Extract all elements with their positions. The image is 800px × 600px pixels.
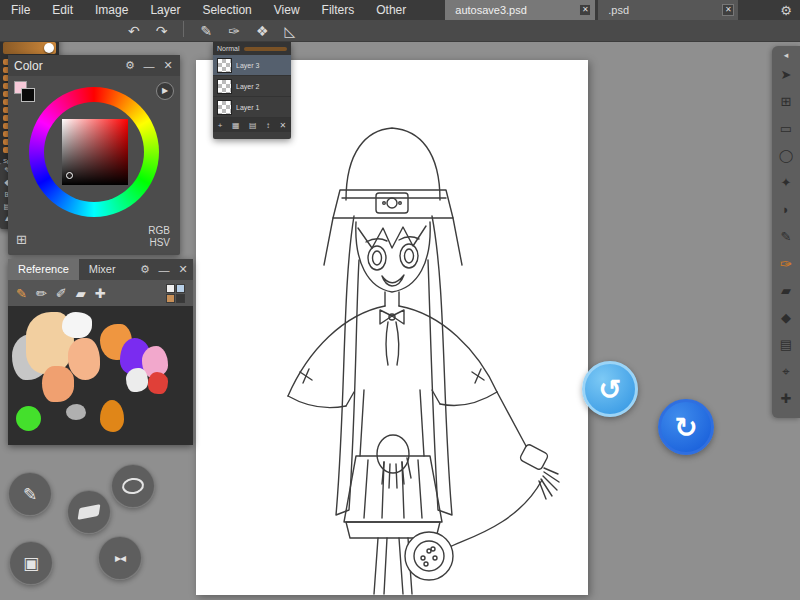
transform-tool-button[interactable]: ▣ bbox=[9, 541, 53, 585]
gear-icon[interactable]: ⚙ bbox=[124, 59, 136, 72]
floating-undo-button[interactable]: ↺ bbox=[582, 361, 638, 417]
transform-icon: ▣ bbox=[23, 553, 39, 574]
color-swatch[interactable] bbox=[166, 284, 175, 293]
sv-marker[interactable] bbox=[66, 172, 73, 179]
paint-blob bbox=[126, 368, 148, 392]
menu-filters[interactable]: Filters bbox=[311, 0, 366, 20]
eyedropper-tool-icon[interactable]: ✚ bbox=[95, 286, 106, 301]
eraser-icon bbox=[78, 504, 101, 520]
cursor-tool-icon[interactable]: ➤ bbox=[774, 61, 798, 88]
floating-redo-button[interactable]: ↻ bbox=[658, 399, 714, 455]
hue-wheel[interactable] bbox=[29, 87, 159, 217]
layer-opacity-slider[interactable] bbox=[244, 47, 287, 51]
speech-bubble-tool-icon[interactable]: ◗ bbox=[774, 196, 798, 223]
color-swatch[interactable] bbox=[176, 284, 185, 293]
eraser-tool-icon[interactable]: ▰ bbox=[774, 277, 798, 304]
layer-name: Layer 1 bbox=[236, 104, 259, 111]
mixer-canvas[interactable] bbox=[8, 306, 193, 445]
layer-thumbnail[interactable] bbox=[217, 58, 232, 73]
layer-row[interactable]: Layer 1 bbox=[213, 97, 291, 118]
pen-tool-icon[interactable]: ✎ bbox=[774, 223, 798, 250]
lasso-tool-button[interactable] bbox=[111, 464, 155, 508]
gear-icon[interactable]: ⚙ bbox=[139, 263, 151, 276]
color-swatch[interactable] bbox=[176, 294, 185, 303]
undo-arrow-icon: ↺ bbox=[598, 373, 621, 406]
layer-row[interactable]: Layer 3 bbox=[213, 55, 291, 76]
menu-other[interactable]: Other bbox=[365, 0, 417, 20]
minimize-icon[interactable]: — bbox=[158, 264, 170, 276]
eraser-tool-button[interactable] bbox=[67, 490, 111, 534]
collapse-toolbar-icon[interactable]: ◂ bbox=[784, 49, 789, 61]
hand-tool-icon[interactable]: ✚ bbox=[774, 385, 798, 412]
foreground-color-swatch[interactable] bbox=[21, 88, 35, 102]
drawing-canvas[interactable] bbox=[196, 60, 588, 595]
brush-tool-icon[interactable]: ✑ bbox=[774, 250, 798, 277]
menu-file[interactable]: File bbox=[0, 0, 41, 20]
lasso-icon bbox=[121, 477, 145, 496]
color-panel: Color ⚙ — ✕ ▶ ⊞ RGB HSV bbox=[8, 55, 180, 255]
ruler-icon[interactable]: ◺ bbox=[285, 21, 296, 41]
marquee-tool-icon[interactable]: ▭ bbox=[774, 115, 798, 142]
brush-tool-icon[interactable]: ✎ bbox=[16, 286, 27, 301]
settings-gear-icon[interactable]: ⚙ bbox=[772, 3, 800, 18]
tab-close-icon[interactable]: ✕ bbox=[579, 4, 591, 16]
saturation-value-square[interactable] bbox=[62, 119, 128, 185]
tab-psd[interactable]: .psd ✕ bbox=[598, 0, 738, 20]
add-layer-icon[interactable]: + bbox=[218, 121, 223, 130]
layer-name: Layer 3 bbox=[236, 62, 259, 69]
tab-reference[interactable]: Reference bbox=[8, 259, 79, 280]
grid-toggle-icon[interactable]: ⊞ bbox=[16, 232, 27, 247]
minimize-icon[interactable]: — bbox=[143, 60, 155, 72]
menu-selection[interactable]: Selection bbox=[191, 0, 262, 20]
merge-layer-icon[interactable]: ▤ bbox=[249, 121, 257, 130]
pen-icon[interactable]: ✎ bbox=[200, 21, 212, 41]
menu-image[interactable]: Image bbox=[84, 0, 139, 20]
layer-panel-header[interactable]: Normal bbox=[213, 42, 291, 55]
menu-view[interactable]: View bbox=[263, 0, 311, 20]
close-icon[interactable]: ✕ bbox=[162, 59, 174, 72]
layer-row[interactable]: Layer 2 bbox=[213, 76, 291, 97]
slider-knob[interactable] bbox=[44, 43, 54, 53]
move-layer-icon[interactable]: ↕ bbox=[266, 121, 270, 130]
magic-wand-tool-icon[interactable]: ✦ bbox=[774, 169, 798, 196]
undo-icon[interactable]: ↶ bbox=[128, 21, 140, 41]
eraser-tool-icon[interactable]: ▰ bbox=[76, 286, 86, 301]
close-icon[interactable]: ✕ bbox=[177, 263, 189, 276]
color-panel-header[interactable]: Color ⚙ — ✕ bbox=[8, 55, 180, 76]
brush-size-slider[interactable] bbox=[3, 42, 56, 54]
zoom-tool-icon[interactable]: ⌖ bbox=[774, 358, 798, 385]
right-toolbar-icons: ➤⊞▭◯✦◗✎✑▰◆▤⌖✚ bbox=[774, 61, 798, 412]
paint-blob bbox=[100, 400, 124, 432]
duplicate-layer-icon[interactable]: ▦ bbox=[232, 121, 240, 130]
lasso-tool-icon[interactable]: ◯ bbox=[774, 142, 798, 169]
tab-autosave3[interactable]: autosave3.psd ✕ bbox=[445, 0, 595, 20]
bucket-tool-icon[interactable]: ◆ bbox=[774, 304, 798, 331]
palette-menu-button[interactable]: ▶ bbox=[156, 82, 174, 100]
layer-thumbnail[interactable] bbox=[217, 79, 232, 94]
tab-mixer[interactable]: Mixer bbox=[79, 259, 126, 280]
rgb-label[interactable]: RGB bbox=[148, 225, 170, 237]
color-swatch[interactable] bbox=[166, 294, 175, 303]
brush-tool-button[interactable]: ✎ bbox=[8, 472, 52, 516]
brush-icon: ✎ bbox=[23, 484, 37, 505]
menu-edit[interactable]: Edit bbox=[41, 0, 84, 20]
brush-icon[interactable]: ✑ bbox=[228, 21, 240, 41]
pen-tool-icon[interactable]: ✏ bbox=[36, 286, 47, 301]
paint-blob bbox=[62, 312, 92, 338]
tab-close-icon[interactable]: ✕ bbox=[722, 4, 734, 16]
menu-layer[interactable]: Layer bbox=[139, 0, 191, 20]
crop-tool-icon[interactable]: ⊞ bbox=[774, 88, 798, 115]
airbrush-icon[interactable]: ❖ bbox=[256, 21, 269, 41]
hsv-label[interactable]: HSV bbox=[148, 237, 170, 249]
layer-blend-mode[interactable]: Normal bbox=[217, 45, 240, 52]
gradient-tool-icon[interactable]: ▤ bbox=[774, 331, 798, 358]
right-toolbar: ◂ ➤⊞▭◯✦◗✎✑▰◆▤⌖✚ bbox=[772, 46, 800, 418]
fg-bg-swatches[interactable] bbox=[14, 81, 40, 107]
marker-tool-icon[interactable]: ✐ bbox=[56, 286, 67, 301]
delete-layer-icon[interactable]: ✕ bbox=[280, 121, 287, 130]
symmetry-tool-button[interactable]: ▸◂ bbox=[98, 536, 142, 580]
redo-icon[interactable]: ↷ bbox=[156, 21, 168, 41]
reference-mixer-panel: Reference Mixer ⚙ — ✕ ✎ ✏ ✐ ▰ ✚ bbox=[8, 259, 193, 445]
layer-thumbnail[interactable] bbox=[217, 100, 232, 115]
toolbar-divider bbox=[183, 21, 184, 37]
